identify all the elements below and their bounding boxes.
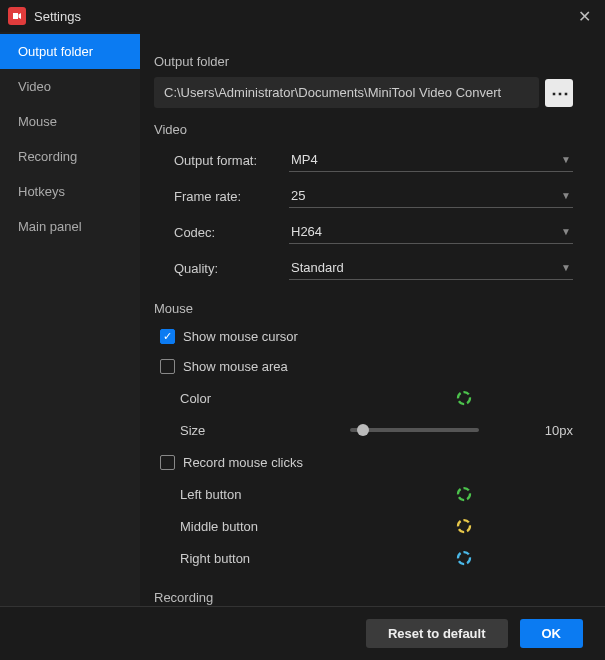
sidebar-item-mouse[interactable]: Mouse	[0, 104, 140, 139]
svg-point-2	[458, 520, 470, 532]
section-output-folder: Output folder	[154, 54, 573, 69]
ok-button[interactable]: OK	[520, 619, 584, 648]
browse-button[interactable]: ⋯	[545, 79, 573, 107]
mouse-area-color-picker[interactable]	[455, 389, 473, 407]
output-path-input[interactable]	[154, 77, 539, 108]
left-button-label: Left button	[180, 487, 320, 502]
footer: Reset to default OK	[0, 606, 605, 660]
chevron-down-icon: ▼	[561, 190, 571, 201]
left-button-color-picker[interactable]	[455, 485, 473, 503]
window-title: Settings	[34, 9, 572, 24]
section-recording: Recording	[154, 590, 573, 605]
quality-label: Quality:	[174, 261, 289, 276]
chevron-down-icon: ▼	[561, 226, 571, 237]
settings-window: Settings ✕ Output folder Video Mouse Rec…	[0, 0, 605, 660]
reset-button[interactable]: Reset to default	[366, 619, 508, 648]
chevron-down-icon: ▼	[561, 262, 571, 273]
frame-rate-dropdown[interactable]: 25 ▼	[289, 184, 573, 208]
svg-point-1	[458, 488, 470, 500]
sidebar-item-recording[interactable]: Recording	[0, 139, 140, 174]
sidebar-item-main-panel[interactable]: Main panel	[0, 209, 140, 244]
show-area-checkbox[interactable]	[160, 359, 175, 374]
section-video: Video	[154, 122, 573, 137]
frame-rate-label: Frame rate:	[174, 189, 289, 204]
mouse-area-size-slider[interactable]	[350, 420, 479, 440]
record-clicks-label: Record mouse clicks	[183, 455, 303, 470]
section-mouse: Mouse	[154, 301, 573, 316]
output-format-dropdown[interactable]: MP4 ▼	[289, 148, 573, 172]
mouse-area-color-label: Color	[180, 391, 320, 406]
close-button[interactable]: ✕	[572, 7, 597, 26]
chevron-down-icon: ▼	[561, 154, 571, 165]
middle-button-label: Middle button	[180, 519, 320, 534]
body: Output folder Video Mouse Recording Hotk…	[0, 32, 605, 606]
sidebar-item-video[interactable]: Video	[0, 69, 140, 104]
titlebar: Settings ✕	[0, 0, 605, 32]
mouse-area-size-value: 10px	[519, 423, 573, 438]
output-format-label: Output format:	[174, 153, 289, 168]
show-area-label: Show mouse area	[183, 359, 288, 374]
sidebar: Output folder Video Mouse Recording Hotk…	[0, 32, 140, 606]
codec-label: Codec:	[174, 225, 289, 240]
svg-point-3	[458, 552, 470, 564]
content-scroll[interactable]: Output folder ⋯ Video Output format: MP4…	[140, 32, 597, 606]
mouse-area-size-label: Size	[180, 423, 320, 438]
sidebar-item-output-folder[interactable]: Output folder	[0, 34, 140, 69]
right-button-color-picker[interactable]	[455, 549, 473, 567]
app-icon	[8, 7, 26, 25]
codec-dropdown[interactable]: H264 ▼	[289, 220, 573, 244]
sidebar-item-hotkeys[interactable]: Hotkeys	[0, 174, 140, 209]
right-button-label: Right button	[180, 551, 320, 566]
show-cursor-checkbox[interactable]	[160, 329, 175, 344]
middle-button-color-picker[interactable]	[455, 517, 473, 535]
show-cursor-label: Show mouse cursor	[183, 329, 298, 344]
record-clicks-checkbox[interactable]	[160, 455, 175, 470]
quality-dropdown[interactable]: Standard ▼	[289, 256, 573, 280]
svg-point-0	[458, 392, 470, 404]
